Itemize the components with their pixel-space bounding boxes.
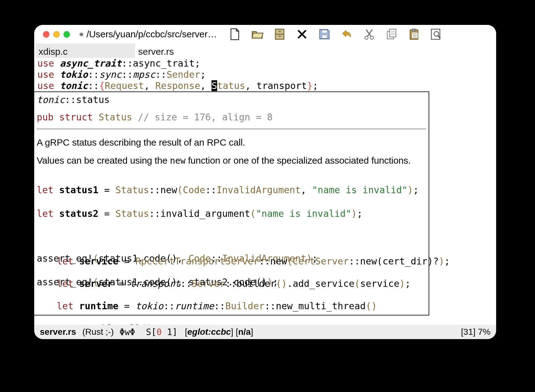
window-title-path: /Users/yuan/p/ccbc/src/server… — [86, 29, 217, 40]
modeline-filename: server.rs — [40, 327, 76, 337]
search-icon[interactable] — [430, 27, 443, 41]
svg-rect-3 — [278, 36, 281, 37]
code-line: use tonic::{Request, Response, Status, t… — [37, 80, 496, 91]
drawer-icon[interactable] — [273, 27, 286, 41]
modeline-position: [31] 7% — [461, 327, 491, 337]
svg-rect-7 — [322, 35, 327, 39]
tab-label: server.rs — [138, 46, 174, 57]
modeline-major-mode: (Rust ;-) — [82, 327, 114, 337]
text-cursor: S — [212, 80, 217, 91]
close-icon[interactable] — [295, 27, 309, 41]
editor-window: ⎈ /Users/yuan/p/ccbc/src/server… — [34, 25, 496, 339]
modeline: server.rs (Rust ;-) ΦwΦ S[0 1] [eglot:cc… — [34, 325, 496, 339]
close-window-button[interactable] — [43, 31, 49, 38]
code-line: use async_trait::async_trait; — [37, 58, 496, 69]
tab-label: xdisp.c — [39, 46, 67, 57]
save-icon[interactable] — [318, 27, 331, 41]
tab-xdisp[interactable]: xdisp.c — [35, 44, 135, 58]
new-file-icon[interactable] — [228, 27, 242, 41]
undo-icon[interactable] — [340, 27, 354, 41]
open-folder-icon[interactable] — [250, 27, 264, 41]
popup-description: Values can be created using the new func… — [37, 154, 426, 167]
traffic-lights — [43, 31, 70, 38]
popup-description: A gRPC status describing the result of a… — [37, 136, 426, 149]
svg-rect-18 — [412, 29, 416, 31]
minimize-window-button[interactable] — [53, 31, 60, 38]
modeline-state-icon: ΦwΦ — [119, 327, 135, 337]
zoom-window-button[interactable] — [63, 31, 70, 38]
titlebar: ⎈ /Users/yuan/p/ccbc/src/server… — [34, 25, 496, 44]
tab-bar: xdisp.c server.rs — [34, 44, 496, 58]
editor-area[interactable]: use async_trait::async_trait; use tokio:… — [34, 58, 496, 325]
svg-rect-2 — [278, 31, 281, 32]
svg-rect-6 — [322, 30, 327, 33]
tab-server[interactable]: server.rs — [135, 44, 235, 58]
code-block: let service = RpcCertTransportServer::ne… — [34, 245, 450, 325]
vcs-branch-icon: ⎈ — [79, 30, 83, 38]
copy-icon[interactable] — [385, 27, 398, 41]
toolbar — [228, 27, 443, 41]
modeline-lsp: [eglot:ccbc] [n/a] — [185, 327, 253, 337]
cut-icon[interactable] — [362, 27, 376, 41]
code-line: use tokio::sync::mpsc::Sender; — [37, 69, 496, 80]
modeline-diagnostics: S[0 1] — [141, 327, 177, 337]
paste-icon[interactable] — [407, 27, 421, 41]
